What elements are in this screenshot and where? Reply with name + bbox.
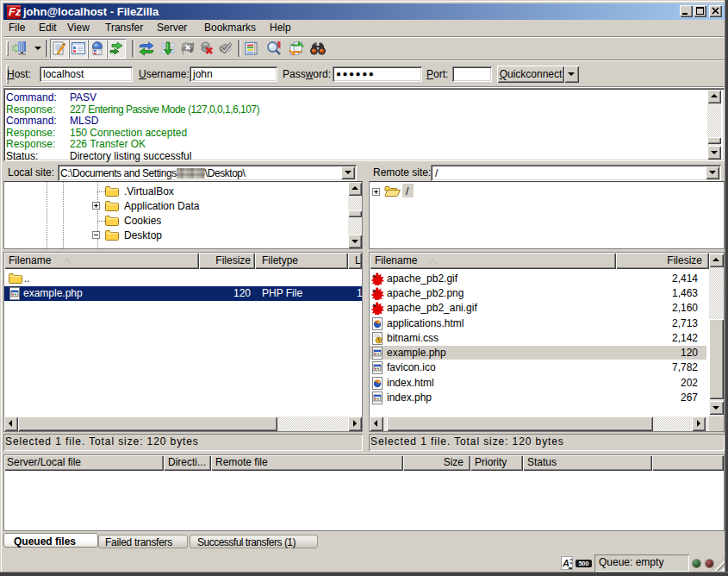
svg-text:Fz: Fz bbox=[9, 5, 21, 18]
